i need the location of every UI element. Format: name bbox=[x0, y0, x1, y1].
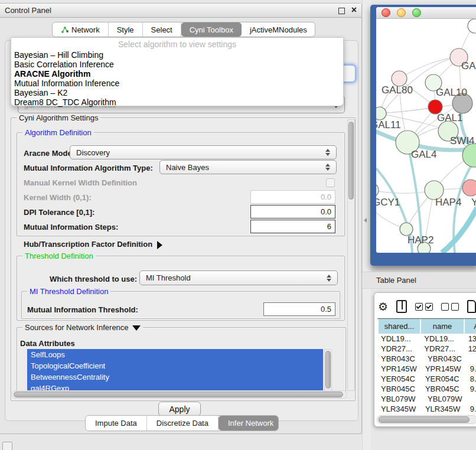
minimized-panel-icon[interactable] bbox=[2, 442, 12, 450]
tab-select[interactable]: Select bbox=[143, 22, 181, 37]
close-traffic-light-icon[interactable] bbox=[382, 8, 390, 17]
mi-algorithm-type-value: Naive Bayes bbox=[166, 163, 209, 172]
mi-threshold-field[interactable]: 0.5 bbox=[263, 302, 335, 316]
table-row[interactable]: YBL079WYBL079W bbox=[377, 394, 476, 404]
control-panel-window: Control Panel × Network Style Select Cyn… bbox=[0, 3, 362, 434]
deselect-all-checkboxes-icon[interactable] bbox=[441, 303, 459, 311]
table-header-row: shared... name A bbox=[377, 319, 476, 334]
control-panel-tabbar: Network Style Select Cyni Toolbox jActiv… bbox=[52, 22, 315, 37]
zoom-traffic-light-icon[interactable] bbox=[412, 8, 421, 17]
mi-threshold-definition-title: MI Threshold Definition bbox=[27, 287, 110, 296]
table-body[interactable]: YDL19...YDL19...13 YDR27...YDR27...12 YB… bbox=[377, 334, 476, 422]
attribute-list-scrollbar[interactable] bbox=[324, 349, 332, 392]
which-threshold-combobox[interactable]: MI Threshold bbox=[139, 270, 338, 285]
node-pink-right[interactable] bbox=[462, 180, 476, 196]
aracne-mode-combobox[interactable]: Discovery bbox=[70, 145, 337, 159]
cyni-bottom-tabbar: Impute Data Discretize Data Infer Networ… bbox=[85, 415, 279, 431]
node-hap2[interactable] bbox=[400, 223, 413, 236]
combo-stepper-icon bbox=[325, 164, 330, 171]
node-gcy1[interactable] bbox=[376, 183, 379, 197]
dpi-tolerance-field[interactable]: 0.0 bbox=[250, 205, 335, 219]
label-gal4: GAL4 bbox=[411, 149, 436, 160]
label-hap4: HAP4 bbox=[435, 197, 461, 208]
attribute-item-selfloops[interactable]: SelfLoops bbox=[27, 349, 323, 360]
tab-jactivemnodules[interactable]: jActiveMNodules bbox=[242, 22, 315, 37]
label-gal11: GAL11 bbox=[376, 119, 401, 131]
column-header-name[interactable]: name bbox=[421, 319, 464, 334]
panel-divider[interactable] bbox=[362, 0, 371, 450]
settings-horizontal-scrollbar[interactable] bbox=[12, 390, 347, 399]
node-swi4[interactable] bbox=[462, 144, 476, 167]
node-gal11[interactable] bbox=[376, 107, 386, 120]
dropdown-item-mutual-information[interactable]: Mutual Information Inference bbox=[14, 79, 119, 88]
data-attributes-list[interactable]: SelfLoops TopologicalCoefficient Between… bbox=[27, 349, 323, 390]
data-attributes-label: Data Attributes bbox=[20, 339, 75, 348]
label-gal1: GAL1 bbox=[437, 112, 462, 123]
dropdown-item-bayesian-hill[interactable]: Bayesian – Hill Climbing bbox=[14, 50, 103, 60]
label-gal10: GAL10 bbox=[436, 87, 467, 98]
sources-title: Sources for Network Inference bbox=[25, 323, 129, 332]
network-window-titlebar[interactable] bbox=[376, 7, 476, 19]
table-row[interactable]: YBR045CYBR045C9. bbox=[377, 384, 476, 394]
tab-style[interactable]: Style bbox=[109, 22, 143, 37]
select-all-checkboxes-icon[interactable] bbox=[415, 303, 433, 311]
table-horizontal-scrollbar[interactable] bbox=[377, 415, 476, 424]
mi-threshold-label: Mutual Information Threshold: bbox=[27, 305, 138, 314]
tab-impute-data[interactable]: Impute Data bbox=[86, 416, 147, 431]
export-table-icon[interactable] bbox=[467, 300, 476, 313]
tab-cyni-toolbox[interactable]: Cyni Toolbox bbox=[181, 22, 242, 37]
table-row[interactable]: YER054CYER054C8. bbox=[377, 374, 476, 384]
minimize-traffic-light-icon[interactable] bbox=[397, 8, 406, 17]
dropdown-item-bayesian-k2[interactable]: Bayesian – K2 bbox=[14, 88, 67, 97]
dropdown-item-basic-correlation[interactable]: Basic Correlation Inference bbox=[14, 60, 114, 69]
gear-icon[interactable]: ⚙ bbox=[378, 300, 388, 314]
manual-kernel-width-checkbox[interactable] bbox=[326, 178, 335, 187]
label-swi4: SWI4 bbox=[450, 135, 475, 146]
tab-discretize-data[interactable]: Discretize Data bbox=[147, 416, 219, 431]
table-panel-titlebar[interactable]: Table Panel bbox=[362, 272, 476, 289]
control-panel-titlebar[interactable]: Control Panel × bbox=[0, 4, 361, 18]
collapse-down-icon bbox=[132, 325, 141, 331]
divider-collapse-handle[interactable] bbox=[364, 218, 367, 223]
mi-algorithm-type-combobox[interactable]: Naive Bayes bbox=[159, 160, 337, 174]
dropdown-item-aracne[interactable]: ARACNE Algorithm bbox=[14, 69, 90, 79]
node-unlabeled[interactable] bbox=[468, 19, 476, 33]
table-panel-title: Table Panel bbox=[376, 276, 416, 285]
column-layout-icon[interactable] bbox=[396, 300, 407, 313]
network-node-labels: GAL GAL80 GAL10 GAL1 GAL11 SWI4 GAL4 GCY… bbox=[376, 60, 476, 246]
attribute-item-betweennesscentrality[interactable]: BetweennessCentrality bbox=[27, 371, 323, 383]
network-graph[interactable]: GAL GAL80 GAL10 GAL1 GAL11 SWI4 GAL4 GCY… bbox=[376, 19, 476, 253]
table-row[interactable]: YPR145WYPR145W9. bbox=[377, 364, 476, 374]
table-row[interactable]: YLR345WYLR345W9. bbox=[377, 404, 476, 414]
algorithm-definition-title: Algorithm Definition bbox=[22, 128, 94, 137]
aracne-mode-value: Discovery bbox=[76, 148, 110, 157]
aracne-mode-label: Aracne Mode: bbox=[24, 149, 74, 158]
table-row[interactable]: YDR27...YDR27...12 bbox=[377, 344, 476, 354]
tab-infer-network[interactable]: Infer Network bbox=[219, 416, 279, 431]
tab-jactivemnodules-label: jActiveMNodules bbox=[250, 25, 307, 34]
attribute-item-topologicalcoefficient[interactable]: TopologicalCoefficient bbox=[27, 360, 323, 371]
column-header-shared-name[interactable]: shared... bbox=[379, 319, 420, 334]
sources-toggle[interactable]: Sources for Network Inference bbox=[22, 323, 143, 332]
table-row[interactable]: YDL19...YDL19...13 bbox=[377, 334, 476, 344]
mi-steps-field[interactable]: 6 bbox=[250, 220, 335, 233]
settings-vertical-scrollbar[interactable] bbox=[347, 119, 355, 391]
tab-infer-network-label: Infer Network bbox=[228, 419, 273, 428]
table-row[interactable]: YBR043CYBR043C bbox=[377, 354, 476, 364]
hub-tf-definition-label: Hub/Transcription Factor Definition bbox=[24, 240, 152, 249]
hub-tf-definition-toggle[interactable]: Hub/Transcription Factor Definition bbox=[24, 240, 162, 249]
apply-button[interactable]: Apply bbox=[158, 402, 201, 416]
dpi-tolerance-label: DPI Tolerance [0,1]: bbox=[24, 208, 94, 217]
tab-discretize-data-label: Discretize Data bbox=[157, 419, 208, 428]
attribute-item-gal4rgexp[interactable]: gal4RGexp bbox=[27, 383, 323, 390]
screen: Control Panel × Network Style Select Cyn… bbox=[0, 0, 476, 450]
dropdown-item-dream8[interactable]: Dream8 DC_TDC Algorithm bbox=[14, 97, 116, 107]
mi-steps-label: Mutual Information Steps: bbox=[24, 223, 118, 231]
kernel-width-label: Kernel Width (0,1): bbox=[24, 193, 92, 202]
float-window-icon[interactable] bbox=[338, 8, 345, 14]
tab-network[interactable]: Network bbox=[53, 22, 109, 37]
close-icon[interactable]: × bbox=[351, 5, 357, 15]
column-header-partial[interactable]: A bbox=[465, 319, 476, 334]
label-gal-partial: GAL bbox=[461, 60, 476, 71]
kernel-width-field[interactable]: 0.0 bbox=[250, 190, 335, 204]
